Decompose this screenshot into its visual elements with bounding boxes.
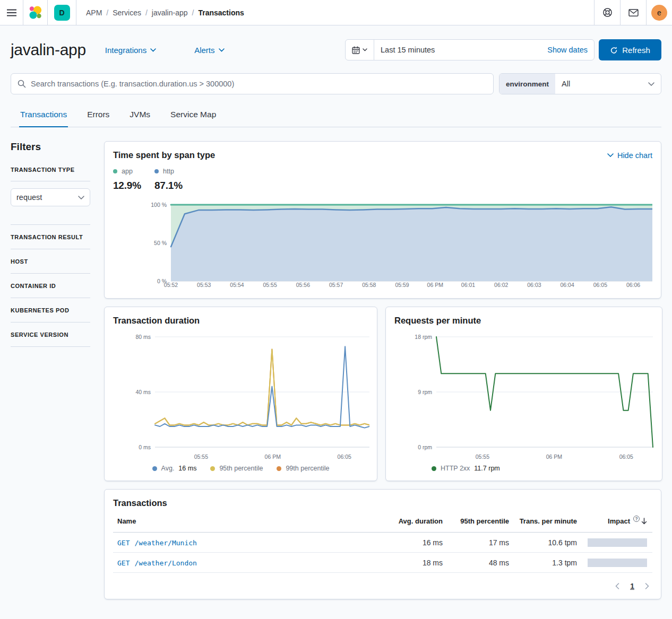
transaction-duration-panel: Transaction duration 0 ms40 ms80 ms05:55…: [104, 307, 377, 481]
svg-text:0 ms: 0 ms: [139, 444, 151, 450]
filter-transaction-type-label: TRANSACTION TYPE: [11, 167, 75, 173]
svg-text:80 ms: 80 ms: [135, 334, 151, 340]
tab-service-map[interactable]: Service Map: [169, 105, 217, 127]
service-header: javalin-app Integrations Alerts: [11, 39, 661, 60]
integrations-label: Integrations: [105, 46, 147, 55]
time-range-value[interactable]: Last 15 minutes: [374, 46, 547, 54]
newsfeed-button[interactable]: [620, 0, 646, 25]
legend-item-avg[interactable]: Avg. 16 ms: [152, 465, 197, 472]
svg-text:0 rpm: 0 rpm: [418, 444, 432, 450]
filter-service-version[interactable]: SERVICE VERSION: [11, 332, 68, 338]
filter-transaction-result[interactable]: TRANSACTION RESULT: [11, 234, 83, 240]
tpm-value: 10.6 tpm: [509, 538, 577, 547]
legend-item-app[interactable]: app: [113, 168, 154, 175]
legend-item-http[interactable]: http: [154, 168, 196, 175]
breadcrumb-services[interactable]: Services: [113, 8, 141, 17]
quick-select-button[interactable]: [346, 40, 374, 60]
tpm-value: 1.3 tpm: [509, 559, 577, 567]
transactions-title: Transactions: [113, 498, 652, 508]
column-header-name[interactable]: Name: [113, 517, 380, 525]
hide-chart-label: Hide chart: [617, 151, 652, 160]
tab-errors[interactable]: Errors: [86, 105, 110, 127]
page-title: javalin-app: [11, 41, 86, 59]
legend-dot: [113, 169, 117, 173]
user-menu-button[interactable]: e: [646, 0, 672, 25]
duration-chart: 0 ms40 ms80 ms05:5506 PM06:05: [113, 329, 369, 461]
tab-transactions[interactable]: Transactions: [19, 105, 68, 127]
help-icon: [602, 7, 613, 18]
span-type-title: Time spent by span type: [113, 150, 215, 160]
svg-text:05:54: 05:54: [230, 282, 244, 288]
tab-jvms[interactable]: JVMs: [128, 105, 151, 127]
svg-text:05:59: 05:59: [395, 282, 409, 288]
space-switcher[interactable]: D: [48, 0, 76, 25]
svg-text:06:04: 06:04: [561, 282, 574, 288]
legend-label: Avg.: [161, 465, 175, 472]
page-number[interactable]: 1: [630, 582, 634, 590]
menu-button[interactable]: [0, 0, 23, 25]
integrations-menu[interactable]: Integrations: [105, 46, 156, 55]
duration-title: Transaction duration: [113, 316, 368, 326]
svg-text:06:02: 06:02: [494, 282, 508, 288]
table-header: Name Avg. duration 95th percentile Trans…: [113, 510, 652, 533]
svg-text:06 PM: 06 PM: [427, 282, 443, 288]
hamburger-icon: [7, 9, 16, 16]
breadcrumb-apm[interactable]: APM: [86, 8, 102, 17]
breadcrumb-service-name[interactable]: javalin-app: [152, 8, 188, 17]
show-dates-link[interactable]: Show dates: [547, 46, 594, 54]
svg-text:40 ms: 40 ms: [135, 389, 151, 395]
environment-select[interactable]: environment All: [499, 73, 661, 94]
transaction-link-london[interactable]: GET/weather/London: [117, 559, 197, 567]
search-icon: [18, 80, 26, 88]
environment-value: All: [555, 80, 648, 88]
rpm-title: Requests per minute: [394, 316, 653, 326]
column-header-95th-percentile[interactable]: 95th percentile: [443, 517, 509, 525]
svg-text:05:52: 05:52: [164, 282, 178, 288]
calendar-icon: [352, 46, 360, 54]
svg-text:05:56: 05:56: [296, 282, 310, 288]
http-method: GET: [117, 539, 130, 547]
table-row: GET/weather/Munich 16 ms 17 ms 10.6 tpm: [113, 533, 652, 553]
impact-label: Impact: [608, 517, 630, 525]
svg-text:05:57: 05:57: [329, 282, 343, 288]
legend-label: http: [163, 168, 174, 175]
legend-label: HTTP 2xx: [441, 465, 470, 472]
svg-text:50 %: 50 %: [154, 240, 167, 246]
search-input[interactable]: [31, 80, 487, 88]
breadcrumb-current: Transactions: [198, 8, 244, 17]
svg-text:05:55: 05:55: [194, 454, 208, 460]
breadcrumb-separator: /: [192, 8, 194, 17]
legend-item-http-2xx[interactable]: HTTP 2xx 11.7 rpm: [432, 465, 500, 472]
legend-label: 95th percentile: [219, 465, 263, 472]
filter-kubernetes-pod[interactable]: KUBERNETES POD: [11, 307, 69, 313]
chevron-down-icon: [648, 82, 661, 86]
column-header-trans-per-minute[interactable]: Trans. per minute: [509, 517, 577, 525]
alerts-menu[interactable]: Alerts: [194, 46, 224, 55]
column-header-avg-duration[interactable]: Avg. duration: [380, 517, 443, 525]
hide-chart-link[interactable]: Hide chart: [607, 151, 652, 160]
transaction-link-munich[interactable]: GET/weather/Munich: [117, 539, 197, 547]
help-button[interactable]: [594, 0, 620, 25]
http-method: GET: [117, 559, 130, 567]
legend-value: 11.7 rpm: [474, 465, 499, 472]
topbar-actions: e: [594, 0, 672, 25]
previous-page-button[interactable]: [615, 583, 619, 589]
transaction-type-value: request: [16, 193, 42, 202]
filter-host[interactable]: HOST: [11, 258, 28, 265]
transaction-type-select[interactable]: request: [11, 188, 90, 206]
legend-item-95th[interactable]: 95th percentile: [210, 465, 263, 472]
chevron-down-icon: [607, 153, 614, 157]
svg-text:9 rpm: 9 rpm: [418, 389, 432, 395]
legend-item-99th[interactable]: 99th percentile: [277, 465, 329, 472]
breadcrumb: APM / Services / javalin-app / Transacti…: [76, 0, 244, 25]
svg-text:06:03: 06:03: [527, 282, 541, 288]
p95-value: 48 ms: [443, 559, 509, 567]
refresh-button[interactable]: Refresh: [599, 39, 661, 60]
elastic-logo[interactable]: [23, 0, 48, 25]
column-header-impact[interactable]: Impact ?: [577, 517, 652, 525]
filter-container-id[interactable]: CONTAINER ID: [11, 283, 56, 289]
next-page-button[interactable]: [645, 583, 649, 589]
help-tooltip-icon[interactable]: ?: [633, 516, 640, 522]
span-type-chart: 0 %50 %100 %05:5205:5305:5405:5505:5605:…: [113, 198, 652, 290]
p95-value: 17 ms: [443, 538, 509, 547]
